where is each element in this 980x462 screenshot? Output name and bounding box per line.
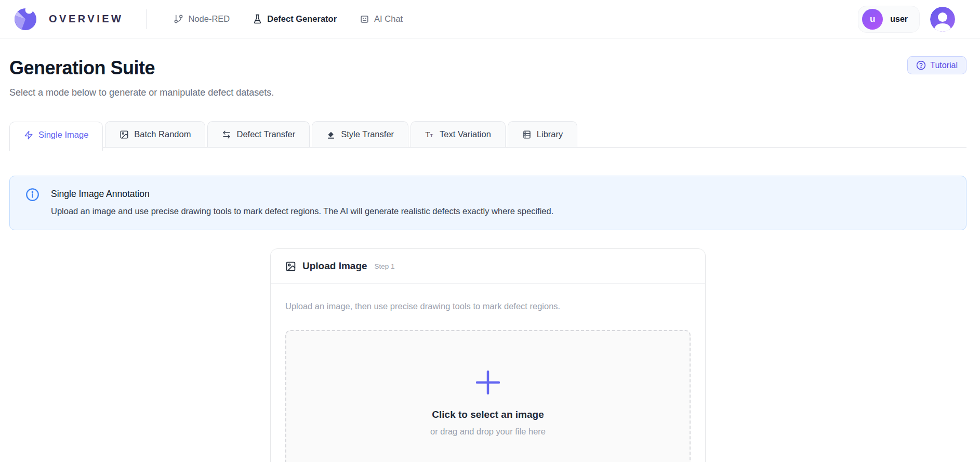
brand-logo-icon bbox=[15, 8, 36, 30]
header-divider bbox=[146, 9, 147, 29]
flask-icon bbox=[253, 14, 262, 24]
tab-batch-random[interactable]: Batch Random bbox=[105, 121, 205, 147]
nav-item-defect-generator[interactable]: Defect Generator bbox=[253, 14, 337, 24]
main-content: Generation Suite Tutorial Select a mode … bbox=[0, 38, 980, 462]
user-pill[interactable]: u user bbox=[858, 6, 920, 33]
plus-icon bbox=[476, 371, 500, 394]
header-right: u user bbox=[858, 6, 955, 33]
tab-label: Style Transfer bbox=[341, 129, 394, 139]
tab-defect-transfer[interactable]: Defect Transfer bbox=[207, 121, 310, 147]
nav-item-ai-chat[interactable]: AI Chat bbox=[360, 14, 403, 24]
tab-style-transfer[interactable]: Style Transfer bbox=[312, 121, 408, 147]
brand[interactable]: OVERVIEW bbox=[15, 8, 123, 30]
banner-description: Upload an image and use precise drawing … bbox=[51, 206, 553, 216]
image-icon bbox=[285, 261, 296, 272]
upload-card-description: Upload an image, then use precise drawin… bbox=[285, 301, 691, 311]
zap-icon bbox=[24, 130, 33, 140]
profile-avatar-icon[interactable] bbox=[930, 7, 955, 32]
top-navbar: OVERVIEW Node-RED Defect Generator bbox=[0, 0, 980, 38]
banner-title: Single Image Annotation bbox=[51, 189, 553, 200]
type-icon: T T bbox=[425, 130, 434, 139]
upload-card-header: Upload Image Step 1 bbox=[271, 249, 705, 284]
tutorial-button[interactable]: Tutorial bbox=[907, 56, 966, 74]
tab-label: Defect Transfer bbox=[236, 129, 295, 139]
upload-card-step: Step 1 bbox=[375, 262, 395, 270]
page-title: Generation Suite bbox=[9, 57, 155, 79]
tutorial-label: Tutorial bbox=[930, 61, 958, 70]
dropzone-secondary-text: or drag and drop your file here bbox=[430, 427, 546, 437]
upload-card-body: Upload an image, then use precise drawin… bbox=[271, 284, 705, 462]
info-banner: Single Image Annotation Upload an image … bbox=[9, 176, 966, 230]
title-row: Generation Suite Tutorial bbox=[9, 57, 966, 79]
brand-name: OVERVIEW bbox=[49, 13, 123, 25]
tab-single-image[interactable]: Single Image bbox=[9, 122, 103, 151]
upload-image-card: Upload Image Step 1 Upload an image, the… bbox=[270, 248, 706, 462]
nav-label: Defect Generator bbox=[267, 14, 337, 24]
tab-label: Single Image bbox=[38, 130, 88, 140]
help-circle-icon bbox=[916, 60, 926, 70]
library-icon bbox=[522, 130, 532, 139]
svg-text:T: T bbox=[430, 133, 433, 138]
dropzone-primary-text: Click to select an image bbox=[432, 409, 544, 420]
swap-arrows-icon bbox=[222, 130, 231, 139]
banner-text: Single Image Annotation Upload an image … bbox=[51, 189, 553, 216]
image-dropzone[interactable]: Click to select an image or drag and dro… bbox=[285, 330, 691, 462]
tab-label: Batch Random bbox=[134, 129, 191, 139]
git-branch-icon bbox=[174, 14, 183, 24]
paint-bucket-icon bbox=[326, 130, 336, 139]
nav-label: AI Chat bbox=[374, 14, 403, 24]
mode-tabbar: Single Image Batch Random Defect Transfe… bbox=[9, 121, 966, 148]
tab-library[interactable]: Library bbox=[508, 121, 577, 147]
bot-icon bbox=[360, 14, 369, 24]
nav-label: Node-RED bbox=[188, 14, 230, 24]
page-subtitle: Select a mode below to generate or manip… bbox=[9, 87, 966, 98]
upload-card-title: Upload Image bbox=[302, 260, 367, 272]
nav-item-node-red[interactable]: Node-RED bbox=[174, 14, 230, 24]
user-initial-badge: u bbox=[862, 9, 883, 30]
image-icon bbox=[120, 130, 129, 139]
tab-label: Library bbox=[537, 129, 563, 139]
tab-text-variation[interactable]: T T Text Variation bbox=[410, 121, 506, 147]
user-name: user bbox=[890, 15, 908, 24]
main-nav: Node-RED Defect Generator AI Chat bbox=[174, 14, 403, 24]
tab-label: Text Variation bbox=[440, 129, 491, 139]
svg-text:T: T bbox=[426, 130, 430, 138]
info-icon bbox=[25, 188, 39, 202]
